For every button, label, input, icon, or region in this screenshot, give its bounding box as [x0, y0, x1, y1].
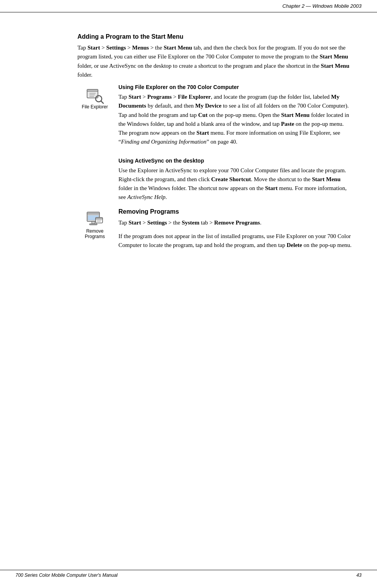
svg-rect-10 — [92, 221, 95, 224]
footer-left: 700 Series Color Mobile Computer User's … — [15, 573, 118, 578]
file-explorer-icon — [86, 86, 104, 104]
svg-rect-8 — [87, 212, 99, 214]
file-explorer-subsection-title: Using File Explorer on the 700 Color Com… — [118, 84, 354, 90]
remove-programs-text-block: Removing Programs Tap Start > Settings >… — [118, 208, 354, 255]
section-adding-program: Adding a Program to the Start Menu Tap S… — [77, 33, 354, 202]
activesync-section: Using ActiveSync on the desktop Use the … — [118, 158, 354, 202]
activesync-body: Use the Explorer in ActiveSync to explor… — [118, 166, 354, 202]
remove-programs-icon-block: RemovePrograms — [77, 210, 112, 239]
section2-intro: Tap Start > Settings > the System tab > … — [118, 218, 354, 227]
svg-line-3 — [101, 101, 103, 103]
file-explorer-body: Tap Start > Programs > File Explorer, an… — [118, 93, 354, 147]
file-explorer-text-block: Using File Explorer on the 700 Color Com… — [118, 84, 354, 151]
section2-body: If the program does not appear in the li… — [118, 232, 354, 250]
page-header: Chapter 2 — Windows Mobile 2003 — [0, 0, 377, 12]
section1-title: Adding a Program to the Start Menu — [77, 33, 354, 40]
file-explorer-label: File Explorer — [82, 104, 108, 110]
remove-programs-icon — [86, 210, 104, 228]
svg-rect-11 — [89, 224, 97, 225]
svg-rect-1 — [87, 89, 98, 91]
page-footer: 700 Series Color Mobile Computer User's … — [0, 570, 377, 580]
main-content: Adding a Program to the Start Menu Tap S… — [0, 12, 377, 284]
file-explorer-section: File Explorer Using File Explorer on the… — [77, 84, 354, 151]
remove-programs-section: RemovePrograms Removing Programs Tap Sta… — [77, 208, 354, 255]
section1-intro: Tap Start > Settings > Menus > the Start… — [77, 43, 354, 79]
header-chapter-label: Chapter 2 — Windows Mobile 2003 — [283, 3, 362, 9]
footer-right: 43 — [356, 573, 362, 578]
file-explorer-icon-block: File Explorer — [77, 86, 112, 110]
remove-programs-label: RemovePrograms — [85, 228, 105, 239]
section2-title: Removing Programs — [118, 208, 354, 215]
activesync-subsection-title: Using ActiveSync on the desktop — [118, 158, 354, 164]
section-removing-programs: RemovePrograms Removing Programs Tap Sta… — [77, 208, 354, 255]
svg-rect-13 — [96, 218, 103, 219]
